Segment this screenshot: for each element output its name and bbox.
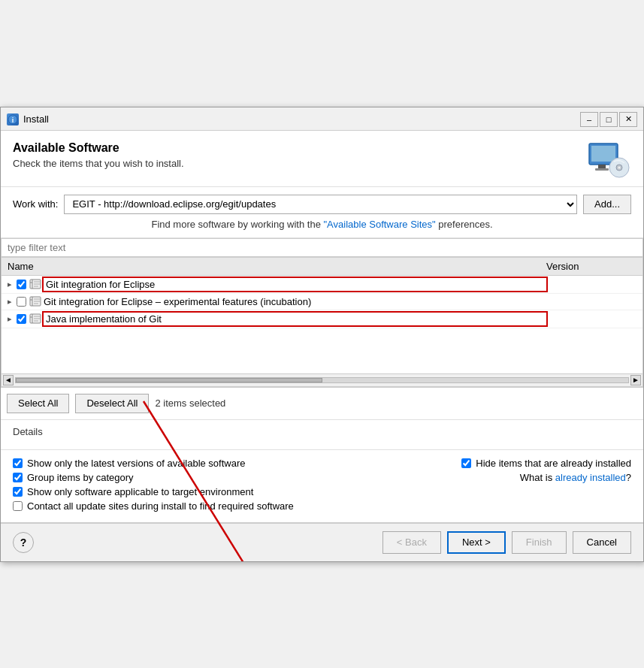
option-show-latest: Show only the latest versions of availab… bbox=[13, 458, 246, 469]
horizontal-scrollbar[interactable]: ◄ ► bbox=[2, 373, 642, 387]
package-icon bbox=[29, 313, 41, 324]
app-icon: i bbox=[7, 113, 19, 125]
hide-installed-checkbox[interactable] bbox=[461, 458, 471, 468]
list-empty-space bbox=[2, 328, 642, 373]
add-button[interactable]: Add... bbox=[583, 195, 631, 214]
item-checkbox[interactable] bbox=[17, 297, 26, 307]
find-more-text: Find more software by working with the "… bbox=[13, 219, 631, 230]
package-icon bbox=[29, 296, 41, 307]
page-title: Available Software bbox=[13, 141, 184, 155]
option-what-is-installed: What is already installed? bbox=[520, 472, 631, 483]
deselect-all-button[interactable]: Deselect All bbox=[75, 394, 149, 413]
options-row-1: Show only the latest versions of availab… bbox=[13, 458, 631, 469]
svg-point-10 bbox=[618, 166, 621, 168]
expand-arrow[interactable]: ▸ bbox=[8, 280, 17, 289]
expand-arrow[interactable]: ▸ bbox=[8, 297, 17, 307]
footer: ? < Back Next > Finish Cancel bbox=[1, 522, 643, 561]
selection-controls: Select All Deselect All 2 items selected bbox=[1, 388, 643, 420]
header-section: Available Software Check the items that … bbox=[1, 131, 643, 187]
help-button[interactable]: ? bbox=[13, 532, 34, 553]
option-hide-installed: Hide items that are already installed bbox=[461, 458, 631, 469]
selection-count: 2 items selected bbox=[155, 397, 225, 409]
item-checkbox[interactable] bbox=[17, 314, 26, 324]
show-latest-label: Show only the latest versions of availab… bbox=[27, 458, 246, 469]
install-graphic-icon bbox=[588, 141, 630, 180]
contact-sites-checkbox[interactable] bbox=[13, 501, 23, 511]
options-row-4: Contact all update sites during install … bbox=[13, 500, 631, 512]
package-icon bbox=[29, 279, 41, 289]
details-label: Details bbox=[13, 426, 43, 437]
select-all-button[interactable]: Select All bbox=[7, 394, 69, 413]
next-button[interactable]: Next > bbox=[447, 531, 506, 554]
scroll-track[interactable] bbox=[15, 377, 629, 383]
work-with-section: Work with: EGIT - http://download.eclips… bbox=[1, 187, 643, 238]
scroll-thumb[interactable] bbox=[16, 378, 322, 382]
list-item: ▸ Git integration for Eclipse bbox=[2, 276, 642, 294]
what-is-label: What is already installed? bbox=[520, 472, 631, 483]
item-label: Java implementation of Git bbox=[44, 313, 546, 325]
details-section: Details bbox=[1, 420, 643, 450]
window-title: Install bbox=[23, 113, 49, 125]
target-env-checkbox[interactable] bbox=[13, 487, 23, 497]
options-row-3: Show only software applicable to target … bbox=[13, 486, 631, 497]
option-contact-sites: Contact all update sites during install … bbox=[13, 500, 294, 512]
list-item: ▸ Git integration for Eclipse – experime… bbox=[2, 294, 642, 310]
svg-rect-7 bbox=[595, 168, 609, 171]
hide-installed-label: Hide items that are already installed bbox=[476, 458, 631, 469]
main-content: Available Software Check the items that … bbox=[1, 131, 643, 561]
item-label: Git integration for Eclipse bbox=[44, 278, 546, 291]
group-category-label: Group items by category bbox=[27, 472, 134, 483]
filter-section[interactable] bbox=[1, 238, 643, 257]
contact-sites-label: Contact all update sites during install … bbox=[27, 500, 294, 512]
scroll-left-button[interactable]: ◄ bbox=[3, 375, 14, 385]
column-name: Name bbox=[8, 261, 546, 272]
item-label: Git integration for Eclipse – experiment… bbox=[44, 296, 546, 307]
option-target-env: Show only software applicable to target … bbox=[13, 486, 253, 497]
page-subtitle: Check the items that you wish to install… bbox=[13, 158, 184, 169]
work-with-label: Work with: bbox=[13, 198, 58, 210]
options-section: Show only the latest versions of availab… bbox=[1, 450, 643, 522]
item-checkbox[interactable] bbox=[17, 280, 26, 289]
column-version: Version bbox=[546, 261, 636, 272]
work-with-dropdown[interactable]: EGIT - http://download.eclipse.org/egit/… bbox=[64, 195, 577, 214]
back-button[interactable]: < Back bbox=[382, 531, 441, 554]
list-header: Name Version bbox=[2, 258, 642, 276]
options-row-2: Group items by category What is already … bbox=[13, 472, 631, 483]
already-installed-link[interactable]: already installed bbox=[555, 472, 626, 483]
filter-input[interactable] bbox=[8, 242, 636, 253]
close-button[interactable]: ✕ bbox=[619, 112, 637, 127]
group-category-checkbox[interactable] bbox=[13, 473, 23, 482]
finish-button[interactable]: Finish bbox=[512, 531, 567, 554]
expand-arrow[interactable]: ▸ bbox=[8, 314, 17, 324]
svg-rect-6 bbox=[598, 165, 606, 168]
target-env-label: Show only software applicable to target … bbox=[27, 486, 253, 497]
title-bar: i Install – □ ✕ bbox=[1, 107, 643, 131]
cancel-button[interactable]: Cancel bbox=[573, 531, 631, 554]
scroll-right-button[interactable]: ► bbox=[630, 375, 641, 385]
svg-text:i: i bbox=[12, 116, 14, 124]
maximize-button[interactable]: □ bbox=[600, 112, 618, 127]
minimize-button[interactable]: – bbox=[580, 112, 598, 127]
option-group-category: Group items by category bbox=[13, 472, 134, 483]
available-software-sites-link[interactable]: "Available Software Sites" bbox=[323, 219, 435, 230]
show-latest-checkbox[interactable] bbox=[13, 458, 23, 468]
header-icon bbox=[586, 141, 631, 179]
list-item: ▸ Java implementation of Git bbox=[2, 310, 642, 328]
svg-rect-5 bbox=[591, 146, 615, 162]
software-list: Name Version ▸ Git integrat bbox=[1, 257, 643, 388]
